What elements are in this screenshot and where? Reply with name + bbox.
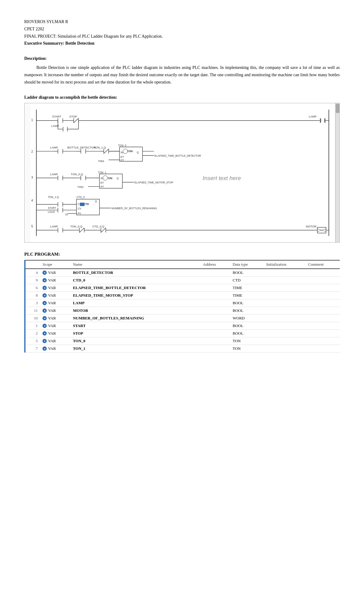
address-cell [201, 284, 230, 291]
svg-text:TON_0.Q: TON_0.Q [71, 172, 83, 176]
comment-cell [305, 284, 340, 291]
plc-program-title: PLC PROGRAM: [24, 252, 340, 257]
rung-num-4: 4 [31, 199, 33, 202]
variable-name: START [70, 322, 201, 329]
scope-cell: ♦VAR [40, 322, 70, 329]
scope-cell: ♦VAR [40, 337, 70, 345]
comment-cell [305, 299, 340, 307]
init-cell [264, 284, 306, 291]
row-number: 10 [25, 314, 40, 322]
rung-num-2: 2 [31, 150, 33, 153]
datatype-cell: BOOL [230, 322, 264, 329]
scope-label: VAR [48, 285, 56, 290]
scope-label: VAR [48, 323, 56, 328]
svg-text:STOP: STOP [69, 115, 77, 118]
init-cell [264, 299, 306, 307]
init-cell [264, 307, 306, 314]
plc-table-header: Scope Name Address Data type Initializat… [25, 260, 340, 269]
ladder-diagram-container[interactable]: 1 2 3 4 5 START STOP [24, 103, 340, 243]
description-section: Description: Bottle Detection is one sim… [24, 56, 340, 86]
svg-line-12 [74, 118, 79, 123]
scope-cell: ♦VAR [40, 284, 70, 291]
plc-table-wrapper: Scope Name Address Data type Initializat… [24, 260, 340, 353]
init-cell [264, 269, 306, 277]
init-cell [264, 337, 306, 345]
comment-cell [305, 322, 340, 329]
address-cell [201, 291, 230, 299]
row-number: 9 [25, 276, 40, 284]
svg-text:TON_1: TON_1 [98, 171, 106, 174]
comment-cell [305, 276, 340, 284]
svg-text:CTD_0.Q: CTD_0.Q [92, 224, 104, 228]
svg-text:BOTTLE_DETECTOR: BOTTLE_DETECTOR [67, 145, 96, 149]
address-cell [201, 307, 230, 314]
variable-name: TON_1 [70, 345, 201, 352]
init-cell [264, 314, 306, 322]
row-number: 1 [25, 322, 40, 329]
rung-num-5: 5 [31, 224, 33, 228]
var-icon: ♦ [42, 293, 47, 298]
rung-num-1: 1 [31, 118, 33, 121]
svg-text:Q: Q [95, 200, 97, 203]
variable-name: ELAPSED_TIME_BOTTLE_DETECTOR [70, 284, 201, 291]
scope-cell: ♦VAR [40, 345, 70, 352]
svg-text:Q: Q [137, 151, 139, 154]
address-cell [201, 322, 230, 329]
header-line1: RIOVEROS SYLMAR R [24, 18, 340, 26]
svg-text:PV: PV [78, 212, 81, 215]
address-cell [201, 276, 230, 284]
row-number: 8 [25, 291, 40, 299]
comment-cell [305, 314, 340, 322]
table-row: 4♦VARBOTTLE_DETECTORBOOL [25, 269, 340, 277]
svg-text:PT: PT [121, 159, 124, 162]
variable-name: CTD_0 [70, 276, 201, 284]
var-icon: ♦ [42, 331, 47, 336]
svg-text:LOAD: LOAD [48, 210, 55, 213]
table-row: 7♦VARTON_1TON [25, 345, 340, 352]
comment-cell [305, 329, 340, 337]
svg-text:TON_1.Q: TON_1.Q [94, 145, 106, 149]
datatype-cell: WORD [230, 314, 264, 322]
datatype-cell: BOOL [230, 329, 264, 337]
scrollbar-right[interactable] [335, 103, 339, 242]
comment-cell [305, 291, 340, 299]
scope-cell: ♦VAR [40, 291, 70, 299]
th-comment: Comment [305, 260, 340, 269]
svg-text:TON_1.Q: TON_1.Q [48, 196, 59, 199]
table-row: 11♦VARMOTORBOOL [25, 307, 340, 314]
table-row: 2♦VARSTOPBOOL [25, 329, 340, 337]
row-number: 3 [25, 299, 40, 307]
svg-text:ELAPSED_TIME_MOTOR_STOP: ELAPSED_TIME_MOTOR_STOP [134, 181, 173, 184]
svg-point-56 [123, 149, 127, 153]
var-icon: ♦ [42, 346, 47, 351]
scrollbar-thumb[interactable] [336, 104, 339, 113]
var-icon: ♦ [42, 278, 47, 282]
init-cell [264, 276, 306, 284]
scope-label: VAR [48, 278, 56, 283]
svg-text:MOTOR: MOTOR [306, 224, 316, 228]
scope-cell: ♦VAR [40, 269, 70, 277]
var-icon: ♦ [42, 286, 47, 290]
scope-cell: ♦VAR [40, 276, 70, 284]
svg-point-79 [103, 176, 107, 180]
svg-text:T#8S: T#8S [98, 160, 104, 163]
ladder-title: Ladder diagram to accomplish the bottle … [24, 95, 340, 100]
th-init: Initialization [264, 260, 306, 269]
datatype-cell: TON [230, 345, 264, 352]
header-section: RIOVEROS SYLMAR R CPET 2202 FINAL PROJEC… [24, 18, 340, 47]
scope-cell: ♦VAR [40, 307, 70, 314]
var-icon: ♦ [42, 324, 47, 328]
header-line2: CPET 2202 [24, 26, 340, 33]
variable-name: MOTOR [70, 307, 201, 314]
rung-num-3: 3 [31, 176, 33, 179]
header-line3: FINAL PROJECT: Simulation of PLC Ladder … [24, 33, 340, 40]
datatype-cell: TIME [230, 284, 264, 291]
svg-text:LAMP: LAMP [50, 145, 58, 149]
description-paragraph: Bottle Detection is one simple applicati… [24, 64, 340, 86]
row-number: 5 [25, 337, 40, 345]
variable-name: NUMBER_OF_BOTTLES_REMAINING [70, 314, 201, 322]
row-number: 6 [25, 284, 40, 291]
variable-name: STOP [70, 329, 201, 337]
header-line4: Executive Summarry: Bottle Detection [24, 40, 340, 47]
variable-name: ELAPSED_TIME_MOTOR_STOP [70, 291, 201, 299]
